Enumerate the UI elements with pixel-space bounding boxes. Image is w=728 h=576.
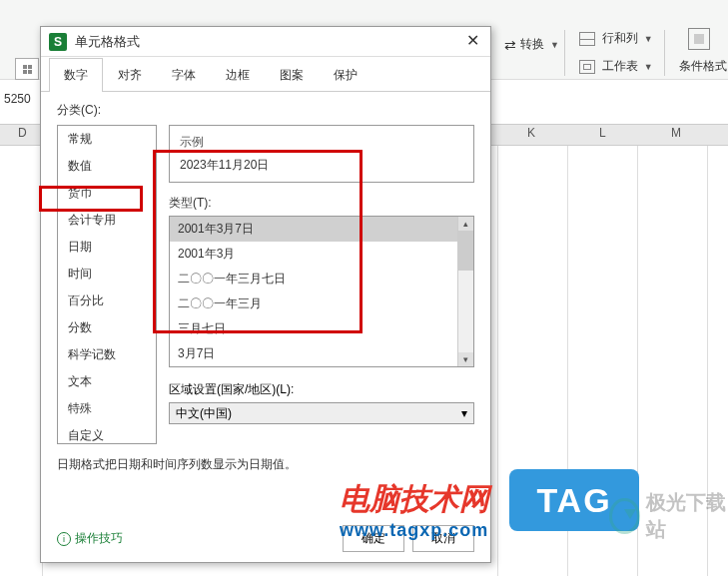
watermark-xz-text: 极光下载站 [646,489,728,543]
worksheet-icon [579,60,595,74]
sample-label: 示例 [180,134,463,151]
download-icon [609,498,640,534]
scroll-down-icon[interactable]: ▾ [458,352,473,366]
name-box[interactable]: 5250 [0,92,40,106]
category-item-accounting[interactable]: 会计专用 [58,207,156,234]
ribbon-rowcol-label: 行和列 [602,31,638,45]
category-item-text[interactable]: 文本 [58,368,156,395]
locale-value: 中文(中国) [176,405,232,422]
locale-label: 区域设置(国家/地区)(L): [169,381,474,398]
category-item-fraction[interactable]: 分数 [58,314,156,341]
ribbon-worksheet-button[interactable]: 工作表 ▼ [579,58,653,75]
dialog-titlebar: S 单元格格式 ✕ [41,27,490,57]
dialog-tabs: 数字 对齐 字体 边框 图案 保护 [41,57,490,92]
column-header-L[interactable]: L [599,126,606,140]
type-item[interactable]: 二〇〇一年三月七日 [170,267,473,291]
category-list[interactable]: 常规 数值 货币 会计专用 日期 时间 百分比 分数 科学记数 文本 特殊 自定… [57,125,157,444]
chevron-down-icon: ▼ [550,40,559,50]
column-header-M[interactable]: M [671,126,681,140]
chevron-down-icon: ▼ [644,62,653,72]
type-item[interactable]: 星期三 [170,366,473,367]
operation-tips-link[interactable]: i 操作技巧 [57,530,123,547]
type-list[interactable]: 2001年3月7日 2001年3月 二〇〇一年三月七日 二〇〇一年三月 三月七日… [169,216,474,367]
ribbon-condformat-label: 条件格式 [679,59,727,73]
scroll-up-icon[interactable]: ▴ [458,217,473,231]
operation-tips-label: 操作技巧 [75,530,123,547]
ribbon-condformat-button[interactable]: 条件格式 [679,58,727,75]
category-item-percent[interactable]: 百分比 [58,288,156,314]
category-item-general[interactable]: 常规 [58,126,156,153]
ribbon-separator [664,30,665,76]
dialog-body: 分类(C): 常规 数值 货币 会计专用 日期 时间 百分比 分数 科学记数 文… [41,92,490,454]
grid-toolbar-button[interactable]: ▼ [15,58,39,80]
category-item-currency[interactable]: 货币 [58,180,156,207]
grid-icon [23,65,32,74]
ribbon-worksheet-label: 工作表 [602,59,638,73]
format-right-panel: 示例 2023年11月20日 类型(T): 2001年3月7日 2001年3月 … [169,125,474,444]
category-item-custom[interactable]: 自定义 [58,422,156,449]
format-description: 日期格式把日期和时间序列数显示为日期值。 [57,456,297,473]
type-scrollbar[interactable]: ▴ ▾ [457,217,473,366]
category-item-scientific[interactable]: 科学记数 [58,341,156,368]
column-header-K[interactable]: K [527,126,535,140]
type-item[interactable]: 2001年3月 [170,242,473,267]
category-item-special[interactable]: 特殊 [58,395,156,422]
chevron-down-icon: ▼ [644,34,653,44]
type-label: 类型(T): [169,195,474,212]
watermark-tech: 电脑技术网 www.tagxp.com [340,479,489,541]
info-icon: i [57,532,71,546]
category-item-date[interactable]: 日期 [58,234,156,261]
locale-select[interactable]: 中文(中国) ▾ [169,402,474,424]
category-label: 分类(C): [57,102,474,119]
tab-border[interactable]: 边框 [211,58,265,92]
tab-number[interactable]: 数字 [49,58,103,92]
type-item[interactable]: 2001年3月7日 [170,217,473,242]
watermark-tech-url: www.tagxp.com [340,520,489,541]
category-item-time[interactable]: 时间 [58,261,156,288]
watermark-tag-text: TAG [536,481,611,520]
ribbon-rowcol-button[interactable]: 行和列 ▼ [579,30,653,47]
sample-value: 2023年11月20日 [180,157,463,174]
watermark-tech-title: 电脑技术网 [340,479,489,520]
ribbon-separator [564,30,565,76]
sample-box: 示例 2023年11月20日 [169,125,474,183]
category-item-number[interactable]: 数值 [58,153,156,180]
scroll-thumb[interactable] [458,231,473,271]
dialog-title: 单元格格式 [75,33,462,51]
type-item[interactable]: 二〇〇一年三月 [170,291,473,316]
ribbon-condformat-icon[interactable] [688,28,710,50]
chevron-down-icon: ▾ [461,406,467,420]
ribbon-convert-button[interactable]: ⇄ 转换 ▼ [504,36,559,53]
rowcol-icon [579,32,595,46]
tab-font[interactable]: 字体 [157,58,211,92]
type-item[interactable]: 三月七日 [170,316,473,341]
tab-align[interactable]: 对齐 [103,58,157,92]
tab-protect[interactable]: 保护 [319,58,372,92]
ribbon-convert-label: 转换 [520,36,544,53]
app-logo-icon: S [49,33,67,51]
column-header-D[interactable]: D [18,126,27,140]
type-item[interactable]: 3月7日 [170,341,473,366]
type-section: 类型(T): 2001年3月7日 2001年3月 二〇〇一年三月七日 二〇〇一年… [169,195,474,367]
watermark-xz: 极光下载站 [609,489,728,543]
tab-pattern[interactable]: 图案 [265,58,319,92]
close-icon[interactable]: ✕ [462,32,482,52]
